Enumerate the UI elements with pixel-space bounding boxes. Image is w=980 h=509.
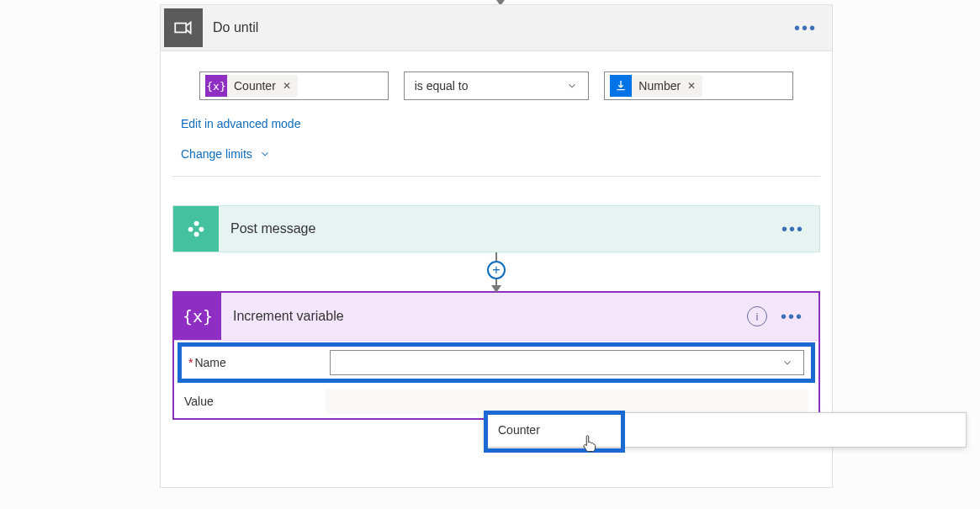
input-icon — [610, 75, 632, 97]
chevron-down-icon — [781, 357, 793, 368]
token-counter[interactable]: {x} Counter ✕ — [205, 75, 298, 97]
left-value-input[interactable]: {x} Counter ✕ — [199, 72, 389, 100]
remove-token-icon[interactable]: ✕ — [687, 80, 696, 92]
change-limits-label: Change limits — [181, 147, 252, 161]
change-limits-link[interactable]: Change limits — [161, 130, 832, 176]
do-until-header[interactable]: Do until ••• — [161, 5, 832, 51]
flow-connector: + — [172, 252, 820, 291]
condition-row: {x} Counter ✕ is equal to Number ✕ — [161, 51, 832, 112]
token-number[interactable]: Number ✕ — [610, 75, 702, 97]
increment-variable-card: {x} Increment variable i ••• *Name — [172, 291, 820, 420]
right-value-input[interactable]: Number ✕ — [604, 72, 793, 100]
required-icon: * — [188, 356, 193, 369]
slack-icon — [173, 206, 219, 252]
svg-rect-1 — [188, 227, 193, 232]
arrowhead-icon — [491, 285, 501, 293]
do-until-more-icon[interactable]: ••• — [794, 19, 817, 38]
dropdown-option-label: Counter — [498, 423, 540, 437]
increment-variable-header[interactable]: {x} Increment variable i ••• — [174, 293, 818, 341]
svg-rect-2 — [194, 221, 199, 226]
name-select[interactable] — [330, 350, 804, 375]
variable-icon: {x} — [205, 75, 227, 97]
add-action-button[interactable]: + — [487, 261, 506, 279]
post-message-more-icon[interactable]: ••• — [781, 220, 804, 239]
name-row-highlight: *Name — [177, 342, 815, 383]
info-icon[interactable]: i — [747, 306, 767, 326]
do-until-icon — [164, 8, 203, 47]
increment-variable-more-icon[interactable]: ••• — [781, 307, 803, 326]
value-input[interactable] — [326, 389, 808, 414]
divider — [172, 176, 820, 177]
token-number-label: Number — [632, 79, 687, 93]
chevron-down-icon — [259, 148, 271, 160]
name-dropdown[interactable]: Counter — [484, 412, 967, 448]
name-label: *Name — [188, 356, 330, 369]
do-until-title: Do until — [213, 20, 794, 35]
remove-token-icon[interactable]: ✕ — [283, 80, 291, 92]
token-counter-label: Counter — [227, 79, 283, 93]
operator-label: is equal to — [415, 79, 469, 93]
svg-rect-3 — [199, 227, 204, 232]
post-message-action[interactable]: Post message ••• — [172, 205, 820, 252]
variable-icon: {x} — [174, 293, 221, 340]
increment-variable-title: Increment variable — [233, 309, 747, 324]
svg-rect-0 — [175, 24, 186, 33]
post-message-title: Post message — [230, 221, 781, 236]
operator-select[interactable]: is equal to — [404, 72, 590, 100]
name-label-text: Name — [194, 356, 225, 369]
chevron-down-icon — [566, 80, 578, 92]
svg-rect-4 — [194, 232, 199, 237]
value-label: Value — [184, 395, 326, 408]
increment-variable-form: *Name Value — [174, 342, 818, 418]
dropdown-option-counter[interactable]: Counter — [485, 413, 966, 447]
edit-advanced-link[interactable]: Edit in advanced mode — [161, 112, 832, 130]
